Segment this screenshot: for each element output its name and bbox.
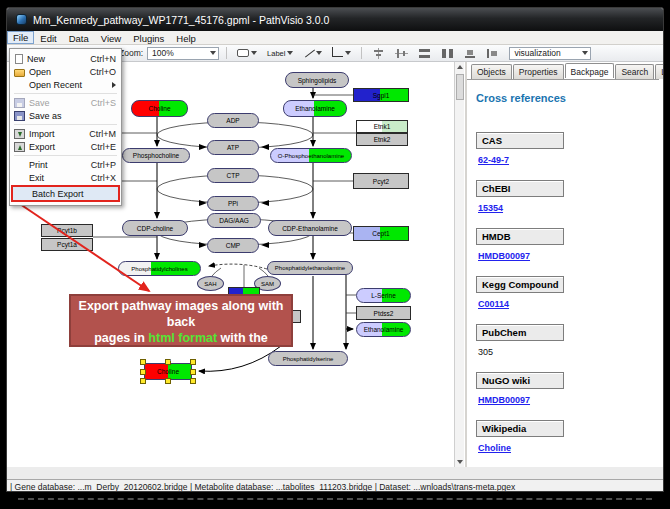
chevron-down-icon [210, 51, 216, 55]
xref-link[interactable]: 15354 [478, 203, 503, 213]
node-ppi[interactable]: PPi [207, 196, 259, 211]
gene-etnk1[interactable]: Etnk1 [356, 120, 408, 133]
file-menu-open-recent[interactable]: Open Recent [10, 78, 121, 91]
node-ethanolamine-bottom[interactable]: Ethanolamine [356, 322, 411, 337]
scroll-down-icon[interactable] [457, 460, 463, 464]
pathvisio-window: Mm_Kennedy_pathway_WP1771_45176.gpml - P… [6, 7, 664, 492]
file-menu-print[interactable]: Print Ctrl+P [10, 158, 121, 171]
file-menu-open[interactable]: Open Ctrl+O [10, 65, 121, 78]
xref-section-cas: CAS 62-49-7 [476, 132, 659, 167]
node-ethanolamine-top[interactable]: Ethanolamine [283, 100, 347, 117]
callout-line1: Export pathway images along with back [79, 299, 284, 329]
node-atp[interactable]: ATP [207, 140, 259, 155]
menu-data[interactable]: Data [63, 31, 95, 44]
label-tool-text: Label [267, 49, 285, 58]
menu-item-shortcut: Ctrl+O [90, 67, 116, 77]
node-cmp[interactable]: CMP [207, 238, 259, 253]
zoom-combobox[interactable]: 100% [147, 47, 219, 60]
node-cdp-choline[interactable]: CDP-choline [122, 220, 188, 236]
line-tool-button[interactable] [300, 46, 325, 61]
node-sphingolipids[interactable]: Sphingolipids [285, 72, 349, 88]
menu-file[interactable]: File [7, 31, 34, 44]
menu-item-spacer [17, 189, 28, 199]
xref-link[interactable]: HMDB00097 [478, 395, 530, 405]
gene-sgpl1[interactable]: Sgpl1 [353, 88, 409, 102]
tab-backpage[interactable]: Backpage [565, 63, 615, 78]
gene-etnk2[interactable]: Etnk2 [356, 133, 408, 146]
node-o-phosphoethanolamine[interactable]: O-Phosphoethanolamine [270, 148, 352, 163]
menu-plugins[interactable]: Plugins [127, 31, 170, 44]
gene-pcyt2[interactable]: Pcyt2 [353, 173, 409, 189]
menu-bar: File Edit Data View Plugins Help [7, 31, 663, 45]
visualization-combobox[interactable]: visualization [509, 47, 591, 60]
xref-section-kegg: Kegg Compound C00114 [476, 276, 659, 311]
datanode-tool-button[interactable] [234, 47, 260, 59]
save-disk-icon [14, 98, 25, 108]
align-horizontal-center-button[interactable] [392, 46, 411, 61]
file-menu-batch-export[interactable]: Batch Export [13, 187, 118, 200]
node-dag-aag[interactable]: DAG/AAG [207, 213, 261, 228]
file-menu-exit[interactable]: Exit Ctrl+X [10, 171, 121, 184]
xref-section-nugo: NuGO wiki HMDB00097 [476, 372, 659, 407]
file-menu-save[interactable]: Save Ctrl+S [10, 96, 121, 109]
node-choline-selected[interactable]: Choline [144, 363, 192, 380]
annotation-callout: Export pathway images along with back pa… [69, 294, 293, 347]
file-menu-export[interactable]: Export Ctrl+E [10, 140, 121, 153]
scroll-up-icon[interactable] [457, 65, 463, 69]
stack-horizontal-button[interactable] [438, 46, 457, 61]
selection-handle[interactable] [140, 378, 146, 384]
node-phosphatidylcholines[interactable]: Phosphatidylcholines [118, 261, 201, 276]
node-sah[interactable]: SAH [197, 276, 224, 291]
file-menu-save-as[interactable]: Save as [10, 109, 121, 122]
tab-objects[interactable]: Objects [471, 64, 512, 79]
gene-ptdss2[interactable]: Ptdss2 [356, 306, 411, 320]
xref-link[interactable]: HMDB00097 [478, 251, 530, 261]
node-ctp[interactable]: CTP [207, 168, 259, 183]
menu-item-spacer [14, 80, 25, 90]
node-choline-top[interactable]: Choline [131, 100, 188, 117]
callout-line2-pre: pages in [94, 331, 148, 345]
elbow-connector-icon [332, 47, 343, 57]
tab-legend[interactable]: Legend [655, 64, 664, 79]
scrollbar-thumb[interactable] [456, 74, 464, 100]
node-cdp-ethanolamine[interactable]: CDP-Ethanolamine [268, 220, 352, 236]
stack-vertical-button[interactable] [415, 46, 434, 61]
callout-line3: HtmlExport plugin [127, 347, 235, 361]
selection-handle[interactable] [140, 369, 146, 375]
menu-view[interactable]: View [95, 31, 127, 44]
gene-pcyt1a[interactable]: Pcyt1a [41, 238, 93, 251]
menu-help[interactable]: Help [170, 31, 202, 44]
save-as-disk-icon [14, 111, 25, 121]
xref-section-wikipedia: Wikipedia Choline [476, 420, 659, 455]
selection-handle[interactable] [190, 378, 196, 384]
xref-section-pubchem: PubChem 305 [476, 324, 659, 359]
node-phosphocholine[interactable]: Phosphocholine [122, 148, 190, 163]
menu-edit[interactable]: Edit [34, 31, 62, 44]
align-top-icon [464, 48, 476, 59]
file-menu-new[interactable]: New Ctrl+N [10, 52, 121, 65]
tab-search[interactable]: Search [615, 64, 654, 79]
canvas-vertical-scrollbar[interactable] [454, 62, 464, 467]
align-left-button[interactable] [483, 46, 501, 61]
node-l-serine[interactable]: L-Serine [356, 288, 411, 303]
gene-pcyt1b[interactable]: Pcyt1b [41, 224, 93, 237]
align-top-button[interactable] [461, 46, 479, 61]
selection-handle[interactable] [165, 378, 171, 384]
chevron-down-icon [251, 51, 257, 55]
backpage-panel: Cross references CAS 62-49-7 ChEBI 15354… [467, 79, 659, 467]
gene-cept1[interactable]: Cept1 [353, 226, 409, 241]
selection-handle[interactable] [190, 369, 196, 375]
align-vertical-center-button[interactable] [369, 46, 388, 61]
label-tool-button[interactable]: Label [264, 47, 296, 60]
xref-link[interactable]: 62-49-7 [478, 155, 509, 165]
node-phosphatidylethanolamine[interactable]: Phosphatidylethanolamine [267, 261, 353, 275]
xref-link[interactable]: Choline [478, 443, 511, 453]
file-menu-import[interactable]: Import Ctrl+M [10, 127, 121, 140]
menu-item-label: Print [29, 160, 87, 170]
xref-link[interactable]: C00114 [478, 299, 509, 309]
visualization-value: visualization [514, 48, 578, 58]
tab-properties[interactable]: Properties [513, 64, 564, 79]
menu-item-label: Save as [29, 111, 112, 121]
node-adp[interactable]: ADP [207, 113, 259, 128]
connector-tool-button[interactable] [329, 47, 354, 59]
